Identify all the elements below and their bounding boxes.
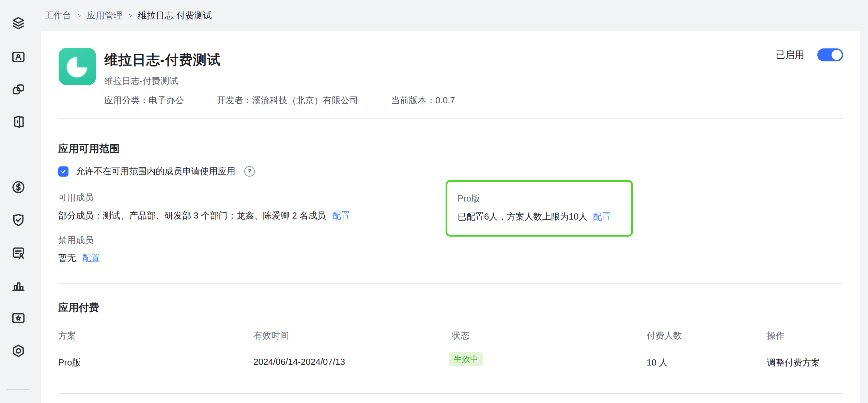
column-header-period: 有效时间 bbox=[253, 330, 289, 342]
plan-highlight-box: Pro版 已配置6人，方案人数上限为10人 配置 bbox=[446, 180, 633, 237]
sidebar bbox=[0, 0, 41, 403]
column-header-actions: 操作 bbox=[767, 330, 785, 342]
app-developer: 开发者：溪流科技（北京）有限公司 bbox=[217, 94, 358, 106]
adjust-plan-link[interactable]: 调整付费方案 bbox=[767, 357, 820, 369]
app-logo bbox=[59, 48, 96, 85]
plan-usage-row: 已配置6人，方案人数上限为10人 配置 bbox=[458, 211, 610, 223]
layers-icon[interactable] bbox=[11, 16, 26, 31]
bar-chart-icon[interactable] bbox=[11, 278, 26, 293]
ticket-star-icon[interactable] bbox=[11, 311, 26, 326]
disabled-members-row: 暂无 配置 bbox=[58, 252, 100, 264]
column-header-status: 状态 bbox=[452, 330, 469, 342]
door-icon[interactable] bbox=[11, 114, 26, 129]
available-members-value: 部分成员：测试、产品部、研发部 3 个部门；龙鑫、陈爱卿 2 名成员 bbox=[58, 210, 326, 222]
enabled-status-label: 已启用 bbox=[776, 48, 804, 61]
breadcrumb: 工作台 > 应用管理 > 维拉日志-付费测试 bbox=[45, 10, 212, 21]
cell-plan: Pro版 bbox=[58, 357, 81, 369]
contact-card-icon[interactable] bbox=[11, 49, 26, 64]
disabled-members-value: 暂无 bbox=[58, 252, 76, 264]
enable-row: 已启用 bbox=[776, 48, 843, 61]
chevron-right-icon: > bbox=[77, 11, 81, 20]
app-version: 当前版本：0.0.7 bbox=[391, 94, 455, 106]
shield-check-icon[interactable] bbox=[11, 212, 26, 227]
chevron-right-icon: > bbox=[128, 11, 132, 20]
help-icon[interactable]: ? bbox=[244, 166, 255, 177]
app-meta-row: 应用分类：电子办公 开发者：溪流科技（北京）有限公司 当前版本：0.0.7 bbox=[104, 94, 455, 106]
link-icon[interactable] bbox=[11, 82, 26, 97]
status-badge: 生效中 bbox=[449, 352, 483, 366]
plan-usage-text: 已配置6人，方案人数上限为10人 bbox=[458, 211, 587, 223]
column-header-paid-count: 付费人数 bbox=[647, 330, 682, 342]
request-permission-row: 允许不在可用范围内的成员申请使用应用 ? bbox=[58, 165, 255, 177]
app-detail-card: 维拉日志-付费测试 维拉日志-付费测试 应用分类：电子办公 开发者：溪流科技（北… bbox=[41, 31, 860, 403]
disabled-members-configure-link[interactable]: 配置 bbox=[82, 252, 100, 264]
toggle-knob bbox=[832, 50, 842, 60]
section-divider bbox=[58, 118, 843, 119]
disabled-members-label: 禁用成员 bbox=[58, 234, 94, 246]
available-members-configure-link[interactable]: 配置 bbox=[332, 210, 350, 222]
app-subtitle: 维拉日志-付费测试 bbox=[104, 75, 178, 87]
app-enabled-toggle[interactable] bbox=[817, 48, 843, 61]
request-permission-checkbox[interactable] bbox=[58, 166, 68, 177]
page-title: 维拉日志-付费测试 bbox=[104, 50, 221, 69]
scope-section-heading: 应用可用范围 bbox=[58, 142, 120, 156]
plan-name: Pro版 bbox=[458, 193, 480, 205]
cell-period: 2024/06/14-2024/07/13 bbox=[253, 357, 345, 367]
dollar-coin-icon[interactable] bbox=[11, 180, 26, 195]
section-divider bbox=[58, 283, 843, 284]
table-bottom-divider bbox=[58, 393, 843, 394]
available-members-row: 部分成员：测试、产品部、研发部 3 个部门；龙鑫、陈爱卿 2 名成员 配置 bbox=[58, 210, 350, 222]
certificate-person-icon[interactable] bbox=[11, 245, 26, 260]
available-members-label: 可用成员 bbox=[58, 192, 94, 204]
plan-configure-link[interactable]: 配置 bbox=[593, 211, 610, 223]
payment-section-heading: 应用付费 bbox=[58, 301, 99, 315]
apps-grid-icon[interactable] bbox=[11, 147, 26, 162]
cell-paid-count: 10 人 bbox=[647, 357, 668, 369]
breadcrumb-current-app: 维拉日志-付费测试 bbox=[138, 10, 212, 21]
request-permission-label: 允许不在可用范围内的成员申请使用应用 bbox=[76, 165, 235, 177]
sidebar-divider bbox=[7, 389, 30, 390]
breadcrumb-app-management[interactable]: 应用管理 bbox=[87, 10, 122, 21]
app-category: 应用分类：电子办公 bbox=[104, 94, 184, 106]
settings-gear-icon[interactable] bbox=[11, 343, 26, 358]
pie-glyph bbox=[67, 57, 87, 77]
breadcrumb-workbench[interactable]: 工作台 bbox=[45, 10, 71, 21]
column-header-plan: 方案 bbox=[58, 330, 76, 342]
